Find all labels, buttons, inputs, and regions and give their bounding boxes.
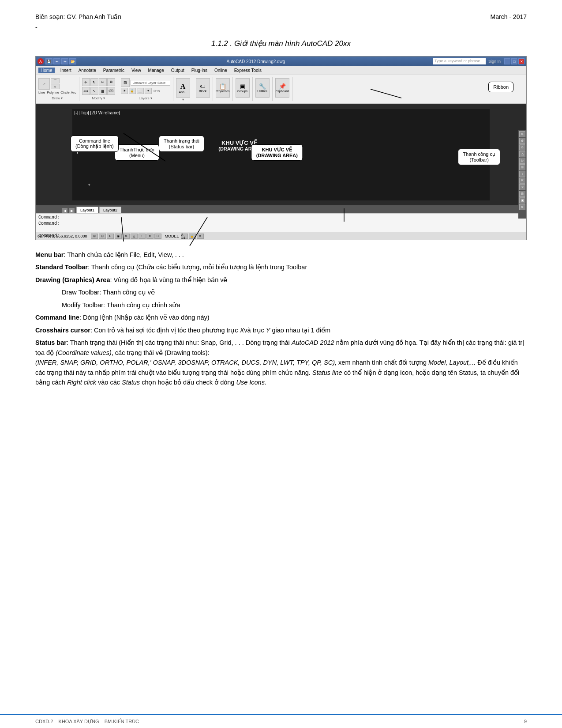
callout-thanh-thuc-don: ThanhThực đơn(Menu) xyxy=(115,144,159,161)
layer-tool4[interactable]: ✦ xyxy=(145,88,152,94)
minimize-btn[interactable]: – xyxy=(504,58,510,64)
line-btn[interactable]: ⟋ xyxy=(38,78,50,90)
close-btn[interactable]: ✕ xyxy=(518,58,525,64)
properties-btn[interactable]: 📋 Properties xyxy=(216,78,230,98)
rt-tool11[interactable]: ▣ xyxy=(519,197,525,204)
rt-tool1[interactable]: ⊕ xyxy=(519,131,525,137)
menu-plugins[interactable]: Plug-ins xyxy=(190,68,209,73)
st-dyn[interactable]: + xyxy=(139,234,146,239)
st-1-1[interactable]: A 1:1 xyxy=(181,234,188,239)
draw-toolbar-desc: Draw Toolbar: Thanh công cụ vẽ xyxy=(62,287,527,297)
menu-online[interactable]: Online xyxy=(213,68,229,73)
page: Biên soạn: GV. Phan Anh Tuấn March - 201… xyxy=(0,0,562,728)
rt-tool8[interactable]: ⇱ xyxy=(519,177,525,184)
rt-tool12[interactable]: ⊕ xyxy=(519,204,525,210)
menu-annotate[interactable]: Annotate xyxy=(77,68,97,73)
modify-tools: ✛ ↻ ✂ ⧉ ⟺ ⤡ ▦ ⌫ xyxy=(82,78,115,95)
coords: 617.4673, 256.9252, 0.0000 xyxy=(37,234,87,238)
rotate-btn[interactable]: ↻ xyxy=(90,78,98,86)
callout-thanh-trang-thai: Thanh trạng thái(Status bar) xyxy=(159,136,204,152)
header: Biên soạn: GV. Phan Anh Tuấn March - 201… xyxy=(35,13,527,20)
ribbon-groups-group: ▣ Groups xyxy=(235,77,253,101)
rt-tool7[interactable]: ↕ xyxy=(519,171,525,177)
menu-insert[interactable]: Insert xyxy=(59,68,73,73)
standard-toolbar-desc: Standard Toolbar: Thanh công cụ (Chứa cá… xyxy=(35,262,527,272)
circle-btn[interactable]: ○ xyxy=(51,84,60,89)
titlebar: A 💾 ↩ ↪ 📂 AutoCAD 2012 Drawing2.dwg Type… xyxy=(36,57,526,66)
ribbon-properties-group: 📋 Properties xyxy=(215,77,233,101)
clipboard-btn[interactable]: 📌 Clipboard xyxy=(275,78,289,98)
st-polar[interactable]: ◉ xyxy=(115,234,122,239)
layout2-tab[interactable]: Layout2 xyxy=(99,207,121,213)
array-btn[interactable]: ▦ xyxy=(99,87,107,95)
menu-home[interactable]: Home xyxy=(38,68,55,73)
layout1-tab[interactable]: Layout1 xyxy=(76,207,98,213)
layer-props-btn[interactable]: ⊞ xyxy=(121,78,130,87)
modify-toolbar-desc: Modify Toolbar: Thanh công cụ chỉnh sửa xyxy=(62,300,527,310)
layout-tabs: ◀ ▶ Layout1 Layout2 xyxy=(36,205,526,213)
block-btn[interactable]: 🏷 Block xyxy=(196,78,210,98)
ribbon-layers-group: ⊞ Unsaved Layer State ☀ 🔒 ⬜ ✦ ☆□0 xyxy=(120,77,173,101)
st-osnap[interactable]: ⊕ xyxy=(123,234,130,239)
titlebar-title: AutoCAD 2012 Drawing2.dwg xyxy=(79,59,433,64)
rt-tool3[interactable]: ⊙ xyxy=(519,144,525,151)
st-lock[interactable]: 🔒 xyxy=(189,234,196,239)
menu-manage[interactable]: Manage xyxy=(147,68,165,73)
ribbon-modify-group: ✛ ↻ ✂ ⧉ ⟺ ⤡ ▦ ⌫ xyxy=(81,77,118,101)
maximize-btn[interactable]: □ xyxy=(511,58,517,64)
mirror-btn[interactable]: ⟺ xyxy=(82,87,90,95)
layer-tool3[interactable]: ⬜ xyxy=(137,88,144,94)
save-icon[interactable]: 💾 xyxy=(45,58,52,64)
rt-tool10[interactable]: ⊟ xyxy=(519,191,525,197)
move-btn[interactable]: ✛ xyxy=(82,78,90,86)
ribbon-clipboard-group: 📌 Clipboard xyxy=(274,77,292,101)
menu-express-tools[interactable]: Express Tools xyxy=(233,68,263,73)
layer-tool1[interactable]: ☀ xyxy=(121,88,128,94)
ribbon-block-group: 🏷 Block xyxy=(195,77,213,101)
standard-toolbar-label: Standard Toolbar xyxy=(35,264,88,271)
st-model[interactable]: □ xyxy=(154,234,161,239)
scale-btn[interactable]: ⤡ xyxy=(90,87,98,95)
right-toolbar: ⊕ ⊖ ⊙ △ ▷ ⊞ ↕ ⇱ ⧖ ⊟ ▣ ⊕ xyxy=(518,130,526,219)
st-lwt[interactable]: ≡ xyxy=(146,234,154,239)
rt-tool2[interactable]: ⊖ xyxy=(519,138,525,144)
groups-btn[interactable]: ▣ Groups xyxy=(236,78,250,98)
model-tab-prev[interactable]: ▶ xyxy=(69,208,75,213)
st-3dosnap[interactable]: △ xyxy=(131,234,138,239)
rt-tool5[interactable]: ▷ xyxy=(519,158,525,164)
menu-parametric[interactable]: Parametric xyxy=(102,68,126,73)
groups-tools: ▣ Groups xyxy=(236,78,250,98)
st-grid[interactable]: ⊟ xyxy=(99,234,106,239)
arc-btn[interactable]: ⌒ xyxy=(51,78,60,83)
st-snap[interactable]: ⊞ xyxy=(91,234,98,239)
rt-tool4[interactable]: △ xyxy=(519,151,525,157)
menu-view[interactable]: View xyxy=(130,68,142,73)
st-qp[interactable]: ⧖ xyxy=(197,234,204,239)
rt-tool9[interactable]: ⧖ xyxy=(519,184,525,190)
open-icon[interactable]: 📂 xyxy=(69,58,76,64)
annotation-group-title: ▾ xyxy=(176,98,190,102)
autocad-screenshot-wrapper: A 💾 ↩ ↪ 📂 AutoCAD 2012 Drawing2.dwg Type… xyxy=(35,56,527,240)
copy-btn[interactable]: ⧉ xyxy=(107,78,115,86)
layers-group-title: Layers ▾ xyxy=(121,96,170,100)
st-ortho[interactable]: L xyxy=(107,234,114,239)
model-tab-icon[interactable]: ◀ xyxy=(62,208,67,213)
utilities-btn[interactable]: 🔧 Utilities xyxy=(255,78,270,98)
standard-toolbar-text: : Thanh công cụ (Chứa các biểu tượng, mỗ… xyxy=(88,264,307,271)
redo-icon[interactable]: ↪ xyxy=(61,58,68,64)
sign-in[interactable]: Sign In xyxy=(488,59,501,64)
ribbon-annotation-group: A Ann... ▾ xyxy=(175,77,193,101)
draw-group-title: Draw ▾ xyxy=(38,96,76,100)
statusbar-tools2: A 1:1 🔒 ⧖ xyxy=(181,234,204,239)
section-title: 1.1.2 . Giới thiệu màn hình AutoCAD 20xx xyxy=(35,39,527,48)
header-right: March - 2017 xyxy=(491,13,527,20)
layer-tool2[interactable]: 🔒 xyxy=(129,88,136,94)
erase-btn[interactable]: ⌫ xyxy=(107,87,115,95)
trim-btn[interactable]: ✂ xyxy=(99,78,107,86)
titlebar-search[interactable]: Type a keyword or phrase xyxy=(433,58,486,64)
text-btn[interactable]: A Ann... xyxy=(176,78,190,98)
undo-icon[interactable]: ↩ xyxy=(53,58,60,64)
rt-tool6[interactable]: ⊞ xyxy=(519,164,525,170)
modify-toolbar-text: Modify Toolbar: Thanh công cụ chỉnh sửa xyxy=(62,302,180,309)
menu-output[interactable]: Output xyxy=(170,68,186,73)
